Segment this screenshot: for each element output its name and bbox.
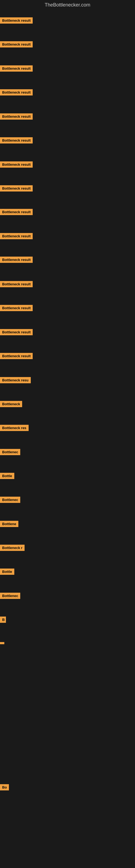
bottleneck-result-badge: Bottleneck r [0, 545, 25, 552]
bottleneck-result-badge: Bottle [0, 473, 14, 480]
bottleneck-result-badge: Bottleneck result [0, 353, 33, 360]
badge-label: Bottlenec [0, 593, 20, 599]
bottleneck-result-badge: Bottleneck result [0, 89, 33, 97]
badge-label: B [0, 617, 6, 623]
bottleneck-result-badge: Bottleneck result [0, 185, 33, 193]
bottleneck-result-badge: Bottleneck result [0, 113, 33, 121]
bottleneck-result-badge: Bottlenec [0, 497, 20, 504]
badge-label: Bottleneck result [0, 209, 33, 215]
bottleneck-result-badge [0, 641, 4, 645]
bottleneck-result-badge: Bottleneck result [0, 305, 33, 312]
badge-label: Bottleneck res [0, 425, 29, 431]
badge-label: Bottleneck result [0, 257, 33, 263]
badge-label: Bottleneck r [0, 545, 25, 551]
badge-label: Bottleneck result [0, 305, 33, 311]
bottleneck-result-badge: Bottleneck res [0, 425, 29, 432]
bottleneck-result-badge: Bottleneck result [0, 257, 33, 264]
bottleneck-result-badge: Bottleneck [0, 401, 22, 408]
badge-label: Bottleneck result [0, 65, 33, 72]
badge-label: Bottleneck result [0, 113, 33, 120]
badge-label: Bottleneck result [0, 18, 33, 24]
bottleneck-result-badge: Bottleneck result [0, 329, 33, 336]
bottleneck-result-badge: Bottleneck result [0, 137, 33, 145]
badge-label: Bo [0, 784, 9, 790]
badge-label: Bottleneck result [0, 353, 33, 359]
badge-label: Bottleneck result [0, 161, 33, 167]
site-title: TheBottlenecker.com [0, 0, 135, 10]
bottleneck-result-badge: Bottlenec [0, 449, 20, 456]
badge-label: Bottlenec [0, 497, 20, 503]
badge-label: Bottleneck result [0, 185, 33, 191]
badge-label: Bottleneck result [0, 89, 33, 95]
badge-label: Bottleneck result [0, 137, 33, 144]
bottleneck-result-badge: Bo [0, 784, 9, 792]
badge-label: Bottle [0, 473, 14, 479]
badge-label: Bottleneck result [0, 233, 33, 239]
badge-label: Bottleneck result [0, 41, 33, 48]
badge-label: Bottleneck result [0, 281, 33, 287]
bottleneck-result-badge: Bottleneck result [0, 41, 33, 49]
bottleneck-result-badge: Bottleneck result [0, 65, 33, 73]
badge-label: Bottleneck [0, 401, 22, 407]
badge-label [0, 642, 4, 644]
bottleneck-result-badge: Bottlenec [0, 593, 20, 600]
badge-label: Bottlene [0, 521, 18, 527]
bottleneck-result-badge: Bottleneck result [0, 161, 33, 169]
bottleneck-result-badge: Bottleneck resu [0, 377, 31, 384]
badge-label: Bottlenec [0, 449, 20, 455]
badge-label: Bottleneck resu [0, 377, 31, 383]
bottleneck-result-badge: B [0, 617, 6, 624]
bottleneck-result-badge: Bottleneck result [0, 233, 33, 240]
badge-label: Bottle [0, 568, 14, 575]
bottleneck-result-badge: Bottleneck result [0, 209, 33, 216]
bottleneck-result-badge: Bottlene [0, 521, 18, 528]
badge-label: Bottleneck result [0, 329, 33, 335]
bottleneck-result-badge: Bottleneck result [0, 18, 33, 25]
bottleneck-result-badge: Bottle [0, 568, 14, 576]
bottleneck-result-badge: Bottleneck result [0, 281, 33, 288]
